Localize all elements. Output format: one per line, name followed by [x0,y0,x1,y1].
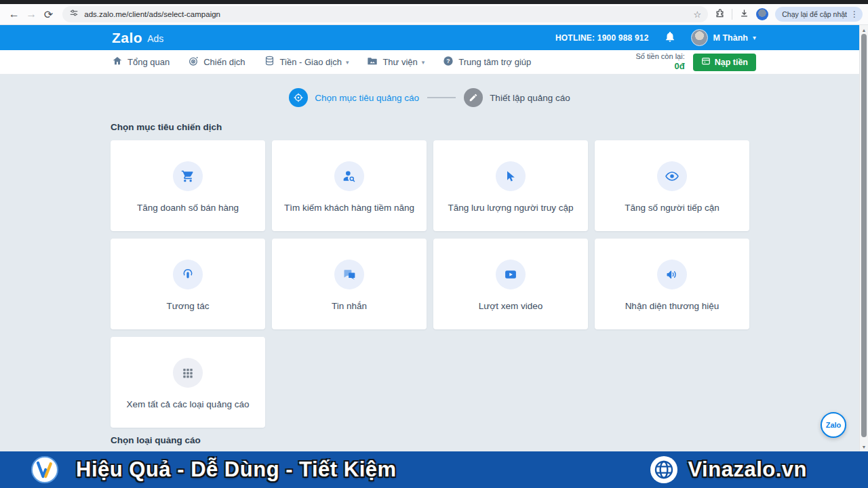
nav-label: Thư viện [382,57,417,67]
toolbar-divider [732,9,732,20]
video-play-icon [496,260,526,289]
card-label: Lượt xem video [479,301,542,311]
home-icon [112,56,123,69]
zalo-ads-page: ← → ⟳ ads.zalo.me/client/ads/select-camp… [0,0,868,488]
page-scrollbar[interactable]: ▲ ▼ [859,25,868,451]
update-chip-label: Chạy lại để cập nhật [782,10,847,18]
card-increase-reach[interactable]: Tăng số người tiếp cận [595,140,749,231]
footer-website: Vinazalo.vn [688,458,808,482]
card-increase-sales[interactable]: Tăng doanh số bán hàng [111,140,265,231]
cart-icon [173,161,203,191]
globe-icon [650,456,677,483]
card-find-leads[interactable]: Tìm kiếm khách hàng tiềm năng [272,140,427,231]
objective-step-icon [289,88,308,107]
objective-card-grid: Tăng doanh số bán hàng Tìm kiếm khách hà… [111,140,749,428]
browser-profile-avatar[interactable] [756,8,768,20]
chat-icon [334,260,364,289]
eye-icon [657,161,687,191]
stepper-connector [427,97,456,98]
topup-button[interactable]: Nạp tiền [693,54,756,71]
main-nav: Tổng quan Chiến dịch Tiền - Giao dịch ▾ [0,50,868,75]
card-label: Tăng doanh số bán hàng [137,203,239,213]
site-settings-icon[interactable] [69,8,79,20]
help-icon: ? [443,56,454,69]
nav-item-transactions[interactable]: Tiền - Giao dịch ▾ [264,55,349,69]
grid-icon [173,358,203,388]
wallet-icon [701,56,711,68]
footer-slogan: Hiệu Quả - Dễ Dùng - Tiết Kiệm [76,458,397,482]
card-label: Tin nhắn [332,301,367,311]
card-video-views[interactable]: Lượt xem video [433,239,588,329]
scroll-up-arrow[interactable]: ▲ [860,26,868,34]
step2-label: Thiết lập quảng cáo [490,93,570,103]
nav-item-campaigns[interactable]: Chiến dịch [188,56,245,69]
notification-bell-icon[interactable] [664,30,676,45]
card-engagement[interactable]: Tương tác [111,239,265,329]
pencil-icon [464,88,483,107]
footer-banner: Hiệu Quả - Dễ Dùng - Tiết Kiệm Vinazalo.… [0,451,868,488]
url-text: ads.zalo.me/client/ads/select-campaign [84,10,689,18]
card-label: Xem tất cả các loại quảng cáo [127,399,250,409]
balance-label: Số tiền còn lại: [636,52,685,62]
chevron-down-icon: ▾ [346,59,349,66]
browser-toolbar: ← → ⟳ ads.zalo.me/client/ads/select-camp… [0,4,868,25]
topup-button-label: Nạp tiền [715,58,748,67]
coins-icon [264,55,275,69]
target-icon [188,56,199,69]
card-brand-awareness[interactable]: Nhận diện thương hiệu [595,239,749,329]
vinazalo-logo-icon [31,456,58,483]
card-all-ad-types[interactable]: Xem tất cả các loại quảng cáo [111,337,265,428]
scrollbar-thumb[interactable] [861,34,867,437]
zalo-chat-float-button[interactable]: Zalo [821,412,846,438]
nav-label: Tiền - Giao dịch [280,57,342,67]
balance-value: 0đ [636,61,685,72]
campaign-stepper: Chọn mục tiêu quảng cáo Thiết lập quảng … [0,87,859,108]
card-label: Tăng lưu lượng người truy cập [448,203,573,213]
folder-media-icon [367,56,378,69]
nav-label: Trung tâm trợ giúp [458,57,531,67]
browser-menu-icon[interactable]: ⋮ [850,9,859,19]
account-balance: Số tiền còn lại: 0đ [636,52,685,73]
bookmark-star-icon[interactable]: ☆ [694,9,702,20]
ads-logo-suffix: Ads [147,33,163,44]
user-avatar[interactable] [691,29,708,46]
browser-reload-button[interactable]: ⟳ [40,5,57,23]
tap-icon [173,260,203,289]
chevron-down-icon: ▾ [422,59,425,66]
card-label: Tìm kiếm khách hàng tiềm năng [284,203,414,213]
zalo-bubble-label: Zalo [826,421,842,429]
nav-label: Chiến dịch [203,57,245,67]
browser-update-chip[interactable]: Chạy lại để cập nhật ⋮ [775,7,863,22]
step-setup-ad[interactable]: Thiết lập quảng cáo [464,88,570,107]
nav-item-library[interactable]: Thư viện ▾ [367,56,425,69]
nav-label: Tổng quan [127,57,170,67]
section-title-ad-type: Chọn loại quảng cáo [111,435,201,445]
card-label: Nhận diện thương hiệu [625,301,719,311]
card-messages[interactable]: Tin nhắn [272,239,427,329]
step1-label: Chọn mục tiêu quảng cáo [315,93,419,103]
card-label: Tăng số người tiếp cận [625,203,719,213]
app-header: Zalo Ads HOTLINE: 1900 988 912 M Thành ▾ [0,25,868,50]
chevron-down-icon[interactable]: ▾ [753,34,756,41]
browser-back-button[interactable]: ← [5,5,22,23]
person-search-icon [334,161,364,191]
hotline-text: HOTLINE: 1900 988 912 [555,33,649,43]
zalo-logo[interactable]: Zalo [112,30,142,46]
user-name[interactable]: M Thành [713,33,748,43]
section-title-objectives: Chọn mục tiêu chiến dịch [111,122,222,132]
download-icon[interactable] [739,8,749,21]
svg-text:?: ? [447,58,450,64]
nav-item-overview[interactable]: Tổng quan [112,56,170,69]
nav-item-help-center[interactable]: ? Trung tâm trợ giúp [443,56,531,69]
scroll-down-arrow[interactable]: ▼ [860,443,868,451]
step-select-objective[interactable]: Chọn mục tiêu quảng cáo [289,88,419,107]
address-bar[interactable]: ads.zalo.me/client/ads/select-campaign ☆ [62,6,708,22]
card-label: Tương tác [167,301,210,311]
extensions-icon[interactable] [715,8,725,21]
megaphone-icon [657,260,687,289]
cursor-icon [496,161,526,191]
card-increase-traffic[interactable]: Tăng lưu lượng người truy cập [433,140,588,231]
browser-forward-button[interactable]: → [22,5,39,23]
